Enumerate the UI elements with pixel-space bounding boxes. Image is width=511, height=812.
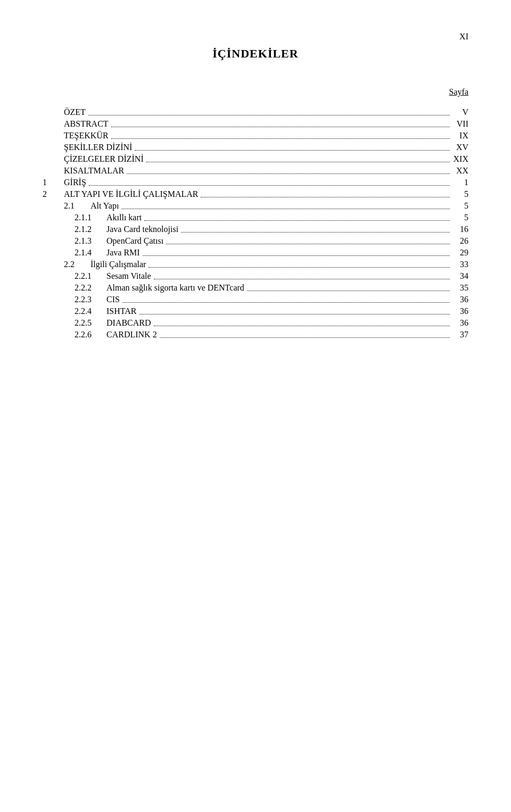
toc-row-kisaltmalar: KISALTMALARXX: [43, 166, 468, 176]
toc-number-2-1-1: 2.1.1: [43, 213, 106, 222]
toc-label-tesekkur: TEŞEKKÜR: [64, 131, 109, 140]
toc-label-ozet: ÖZET: [64, 107, 86, 117]
toc-page-2-2-6: 37: [452, 330, 468, 339]
toc-row-2-1-2: 2.1.2Java Card teknolojisi16: [43, 225, 468, 234]
toc-label-2-2-6: CARDLINK 2: [106, 330, 157, 339]
toc-row-2-1-4: 2.1.4Java RMI29: [43, 248, 468, 258]
toc-dots-2-1-1: [144, 220, 450, 221]
toc-label-2-2-2: Alman sağlık sigorta kartı ve DENTcard: [106, 283, 244, 293]
toc-label-2-2: İlgili Çalışmalar: [90, 260, 146, 269]
toc-label-2-1: Alt Yapı: [90, 201, 119, 211]
toc-page-2-2-2: 35: [452, 283, 468, 293]
toc-label-2-2-1: Sesam Vitale: [106, 271, 151, 281]
toc-label-sekiller: ŞEKİLLER DİZİNİ: [64, 143, 132, 152]
toc-dots-cizelgeler: [146, 162, 450, 162]
toc-label-2-2-4: ISHTAR: [106, 306, 137, 316]
toc-number-2-1: 2.1: [43, 201, 90, 211]
toc-dots-abstract: [111, 127, 450, 127]
toc-page-2-1: 5: [452, 201, 468, 211]
toc-dots-2-2-3: [122, 302, 450, 303]
toc-number-2-2-4: 2.2.4: [43, 306, 106, 316]
toc-dots-2-1-2: [181, 232, 450, 233]
toc-label-2-2-3: CIS: [106, 295, 120, 304]
toc-page-2-2-1: 34: [452, 271, 468, 281]
toc-dots-tesekkur: [111, 138, 450, 139]
toc-label-abstract: ABSTRACT: [64, 119, 109, 129]
toc-row-abstract: ABSTRACTVII: [43, 119, 468, 129]
toc-page-altyapi: 5: [452, 189, 468, 199]
toc-page-2-2: 33: [452, 260, 468, 269]
toc-dots-2-2-5: [154, 326, 450, 326]
toc-row-ozet: ÖZETV: [43, 107, 468, 117]
toc-dots-2-1: [121, 209, 450, 209]
toc-page-2-2-4: 36: [452, 306, 468, 316]
toc-page-2-1-3: 26: [452, 236, 468, 246]
toc-number-2-1-2: 2.1.2: [43, 225, 106, 234]
toc-page-2-2-3: 36: [452, 295, 468, 304]
toc-dots-sekiller: [135, 150, 450, 151]
toc-page-2-1-2: 16: [452, 225, 468, 234]
toc-row-tesekkur: TEŞEKKÜRIX: [43, 131, 468, 140]
toc-page-2-1-1: 5: [452, 213, 468, 222]
toc-row-altyapi: 2ALT YAPI VE İLGİLİ ÇALIŞMALAR5: [43, 189, 468, 199]
toc-number-2-2-1: 2.2.1: [43, 271, 106, 281]
toc-row-2-1-1: 2.1.1Akıllı kart5: [43, 213, 468, 222]
toc-label-giris: GİRİŞ: [64, 178, 86, 187]
toc-page-kisaltmalar: XX: [452, 166, 468, 176]
toc-dots-2-2-1: [154, 279, 450, 279]
toc-dots-2-2-4: [139, 314, 450, 314]
toc-row-2-2: 2.2İlgili Çalışmalar33: [43, 260, 468, 269]
toc-dots-giris: [89, 185, 450, 186]
toc-row-2-2-1: 2.2.1Sesam Vitale34: [43, 271, 468, 281]
toc-number-altyapi: 2: [43, 189, 64, 199]
toc-label-2-1-4: Java RMI: [106, 248, 140, 258]
toc-number-2-1-4: 2.1.4: [43, 248, 106, 258]
sayfa-label: Sayfa: [43, 87, 468, 97]
toc-number-2-2-2: 2.2.2: [43, 283, 106, 293]
toc-row-2-2-4: 2.2.4ISHTAR36: [43, 306, 468, 316]
toc-row-2-2-6: 2.2.6CARDLINK 237: [43, 330, 468, 339]
toc-label-altyapi: ALT YAPI VE İLGİLİ ÇALIŞMALAR: [64, 189, 198, 199]
toc-number-2-2: 2.2: [43, 260, 90, 269]
toc-page-2-2-5: 36: [452, 318, 468, 328]
page-title: İÇİNDEKİLER: [43, 47, 468, 61]
toc-number-2-1-3: 2.1.3: [43, 236, 106, 246]
toc-dots-kisaltmalar: [127, 173, 450, 174]
toc-dots-2-1-4: [143, 255, 450, 256]
toc-row-2-2-3: 2.2.3CIS36: [43, 295, 468, 304]
toc-page-ozet: V: [452, 107, 468, 117]
toc-number-giris: 1: [43, 178, 64, 187]
toc-row-cizelgeler: ÇİZELGELER DİZİNİXIX: [43, 154, 468, 164]
toc-dots-ozet: [88, 115, 450, 115]
toc-number-2-2-6: 2.2.6: [43, 330, 106, 339]
toc-row-2-1: 2.1Alt Yapı5: [43, 201, 468, 211]
toc-container: ÖZETVABSTRACTVIITEŞEKKÜRIXŞEKİLLER DİZİN…: [43, 107, 468, 339]
toc-page-abstract: VII: [452, 119, 468, 129]
toc-row-2-2-5: 2.2.5DIABCARD36: [43, 318, 468, 328]
toc-dots-altyapi: [201, 197, 450, 197]
toc-page-tesekkur: IX: [452, 131, 468, 140]
toc-label-kisaltmalar: KISALTMALAR: [64, 166, 124, 176]
toc-row-giris: 1GİRİŞ1: [43, 178, 468, 187]
toc-label-2-1-3: OpenCard Çatısı: [106, 236, 163, 246]
toc-label-2-2-5: DIABCARD: [106, 318, 151, 328]
toc-label-cizelgeler: ÇİZELGELER DİZİNİ: [64, 154, 144, 164]
page-number-top: XI: [43, 32, 468, 42]
toc-page-cizelgeler: XIX: [452, 154, 468, 164]
toc-dots-2-2-2: [247, 291, 450, 291]
toc-dots-2-1-3: [166, 244, 450, 244]
toc-dots-2-2: [149, 267, 450, 268]
toc-dots-2-2-6: [160, 337, 450, 338]
toc-row-2-1-3: 2.1.3OpenCard Çatısı26: [43, 236, 468, 246]
toc-number-2-2-3: 2.2.3: [43, 295, 106, 304]
toc-row-2-2-2: 2.2.2Alman sağlık sigorta kartı ve DENTc…: [43, 283, 468, 293]
toc-label-2-1-1: Akıllı kart: [106, 213, 142, 222]
toc-page-2-1-4: 29: [452, 248, 468, 258]
toc-row-sekiller: ŞEKİLLER DİZİNİXV: [43, 143, 468, 152]
toc-number-2-2-5: 2.2.5: [43, 318, 106, 328]
toc-label-2-1-2: Java Card teknolojisi: [106, 225, 178, 234]
toc-page-giris: 1: [452, 178, 468, 187]
toc-page-sekiller: XV: [452, 143, 468, 152]
